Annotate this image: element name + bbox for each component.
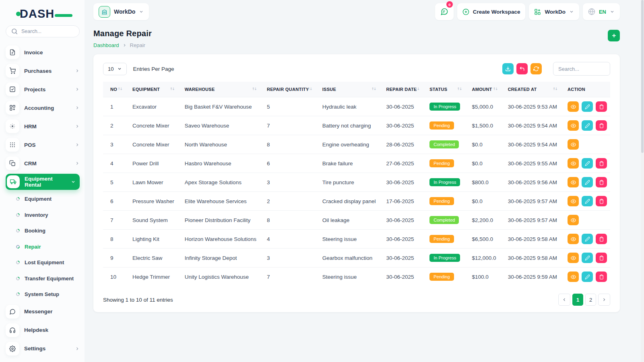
- column-header[interactable]: ISSUE↑↓: [315, 82, 379, 97]
- column-header[interactable]: AMOUNT↑↓: [464, 82, 500, 97]
- sidebar-subitem-lost-equipment[interactable]: Lost Equipment: [6, 255, 80, 271]
- sidebar-item-settings[interactable]: Settings: [6, 339, 80, 358]
- eye-icon: [571, 237, 576, 242]
- sort-icon[interactable]: ↑↓: [371, 87, 376, 91]
- sort-icon[interactable]: ↑↓: [457, 87, 461, 91]
- view-button[interactable]: [568, 158, 579, 169]
- accounting-grid-icon: [6, 101, 19, 115]
- undo-button[interactable]: [516, 63, 528, 74]
- create-workspace-button[interactable]: Create Workspace: [457, 3, 526, 20]
- sidebar-item-helpdesk[interactable]: Helpdesk: [6, 321, 80, 339]
- column-header[interactable]: REPAIR DATE↑↓: [379, 82, 422, 97]
- sort-icon[interactable]: ↑↓: [118, 87, 122, 91]
- sidebar-item-invoice[interactable]: Invoice: [6, 43, 80, 62]
- cell-issue: Steering issue: [315, 230, 379, 249]
- scrollbar[interactable]: [641, 0, 644, 362]
- brand-logo[interactable]: DASH: [6, 6, 80, 25]
- column-header[interactable]: NO↑↓: [103, 82, 125, 97]
- scrollbar-thumb[interactable]: [641, 0, 644, 153]
- pagination-next-button[interactable]: [598, 294, 610, 306]
- sidebar-item-hrm[interactable]: HRM: [6, 117, 80, 136]
- pagination-page-button[interactable]: 2: [585, 294, 596, 306]
- sidebar-subitem-repair[interactable]: Repair: [6, 239, 80, 255]
- messages-button[interactable]: 0: [435, 3, 454, 20]
- delete-button[interactable]: [596, 234, 607, 244]
- workspace-switcher[interactable]: WorkDo: [93, 3, 149, 20]
- cell-no: 7: [103, 211, 125, 230]
- entries-per-page-select[interactable]: 10: [103, 63, 127, 75]
- cell-created-at: 30-06-2025 9:54 AM: [501, 116, 560, 135]
- edit-button[interactable]: [582, 272, 593, 282]
- edit-button[interactable]: [582, 101, 593, 112]
- sort-icon[interactable]: ↑↓: [415, 87, 419, 91]
- sort-icon[interactable]: ↑↓: [553, 87, 557, 91]
- delete-button[interactable]: [596, 177, 607, 187]
- table-search-input[interactable]: [553, 62, 610, 76]
- breadcrumb-dashboard-link[interactable]: Dashboard: [93, 42, 119, 48]
- delete-button[interactable]: [596, 272, 607, 282]
- cell-quantity: 7: [260, 116, 315, 135]
- column-header[interactable]: EQUIPMENT↑↓: [125, 82, 178, 97]
- cell-amount: $2,200.0: [464, 211, 500, 230]
- sidebar-item-label: POS: [24, 142, 70, 148]
- sidebar-item-messenger[interactable]: Messenger: [6, 302, 80, 321]
- status-badge: Pending: [429, 159, 454, 167]
- page-title: Manage Repair: [93, 29, 152, 38]
- cell-repair-date: 30-06-2025: [379, 173, 422, 192]
- language-selector[interactable]: EN: [583, 3, 620, 20]
- pos-grid-icon: [6, 138, 19, 152]
- sidebar-item-crm[interactable]: CRM: [6, 154, 80, 173]
- sidebar-item-pos[interactable]: POS: [6, 136, 80, 154]
- chevron-right-icon: [602, 297, 607, 302]
- view-button[interactable]: [568, 234, 579, 244]
- sidebar-item-purchases[interactable]: Purchases: [6, 62, 80, 80]
- edit-button[interactable]: [582, 158, 593, 169]
- workdo-menu-button[interactable]: WorkDo: [529, 3, 579, 20]
- edit-button[interactable]: [582, 234, 593, 244]
- cell-created-at: 30-06-2025 9:56 AM: [501, 173, 560, 192]
- delete-button[interactable]: [596, 120, 607, 131]
- column-header[interactable]: STATUS↑↓: [422, 82, 464, 97]
- sort-icon[interactable]: ↑↓: [170, 87, 174, 91]
- view-button[interactable]: [568, 177, 579, 187]
- sidebar-subitem-equipment[interactable]: Equipment: [6, 191, 80, 207]
- view-button[interactable]: [568, 120, 579, 131]
- delete-button[interactable]: [596, 158, 607, 169]
- sidebar-subitem-transfer-equipment[interactable]: Transfer Equipment: [6, 271, 80, 287]
- sidebar-search-input[interactable]: [21, 29, 74, 34]
- refresh-button[interactable]: [530, 63, 542, 74]
- pagination-prev-button[interactable]: [558, 294, 570, 306]
- delete-button[interactable]: [596, 196, 607, 206]
- sidebar-item-equipment-rental[interactable]: Equipment Rental: [6, 174, 80, 190]
- delete-button[interactable]: [596, 253, 607, 263]
- pagination-page-button[interactable]: 1: [572, 294, 583, 306]
- sidebar-item-projects[interactable]: Projects: [6, 80, 80, 99]
- sort-icon[interactable]: ↑↓: [308, 87, 312, 91]
- view-button[interactable]: [568, 139, 579, 150]
- chevron-right-icon: [75, 124, 80, 129]
- edit-button[interactable]: [582, 120, 593, 131]
- sidebar-subitem-system-setup[interactable]: System Setup: [6, 286, 80, 302]
- export-button[interactable]: [502, 63, 514, 74]
- sort-icon[interactable]: ↑↓: [493, 87, 497, 91]
- column-header[interactable]: REPAIR QUANTITY↑↓: [260, 82, 315, 97]
- delete-button[interactable]: [596, 101, 607, 112]
- sidebar-subitem-inventory[interactable]: Inventory: [6, 207, 80, 223]
- sidebar-search[interactable]: [6, 25, 80, 37]
- sidebar-subitem-booking[interactable]: Booking: [6, 223, 80, 239]
- column-header[interactable]: WAREHOUSE↑↓: [178, 82, 260, 97]
- chevron-right-icon: [75, 161, 80, 166]
- edit-button[interactable]: [582, 253, 593, 263]
- view-button[interactable]: [568, 253, 579, 263]
- view-button[interactable]: [568, 272, 579, 282]
- sidebar-item-accounting[interactable]: Accounting: [6, 99, 80, 117]
- add-repair-button[interactable]: [608, 30, 620, 41]
- view-button[interactable]: [568, 196, 579, 206]
- sidebar-item-label: HRM: [24, 123, 70, 130]
- view-button[interactable]: [568, 215, 579, 225]
- edit-button[interactable]: [582, 177, 593, 187]
- sort-icon[interactable]: ↑↓: [252, 87, 256, 91]
- view-button[interactable]: [568, 101, 579, 112]
- edit-button[interactable]: [582, 196, 593, 206]
- column-header[interactable]: CREATED AT↑↓: [501, 82, 560, 97]
